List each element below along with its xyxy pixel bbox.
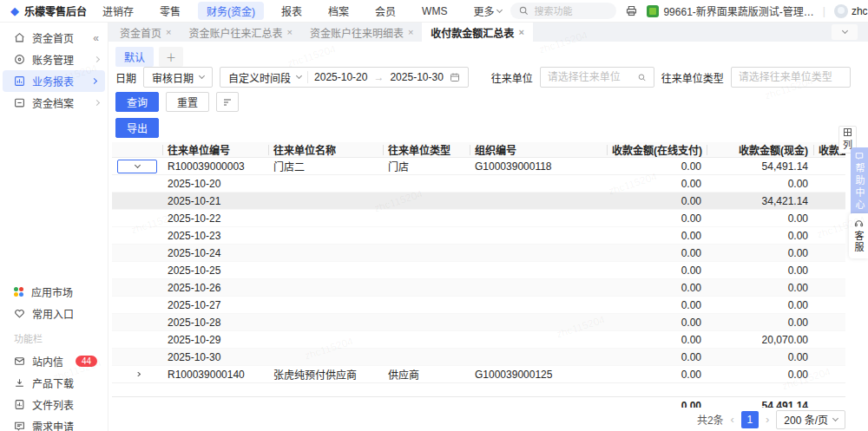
close-icon[interactable]: × — [518, 27, 523, 37]
chevron-down-icon — [199, 73, 205, 79]
table-row[interactable]: R100039000140 张虎纯预付供应商 供应商 G100039000125… — [112, 366, 845, 383]
divider: | — [823, 5, 825, 17]
sidebar-item-app-market[interactable]: 应用市场 — [0, 281, 108, 303]
chevron-right-icon — [94, 56, 100, 62]
calendar-icon — [450, 72, 460, 82]
printer-icon[interactable] — [625, 4, 638, 17]
col-header-partner-type[interactable]: 往来单位类型 — [383, 142, 470, 157]
col-header-online-amount[interactable]: 收款金额(在线支付) — [607, 142, 707, 157]
table-row[interactable]: 2025-10-26 0.00 0.00 — [112, 279, 845, 297]
section-label: 功能栏 — [0, 324, 108, 350]
query-button[interactable]: 查询 — [115, 92, 159, 112]
date-from-value[interactable]: 2025-10-20 — [314, 71, 367, 83]
menu-retail[interactable]: 零售 — [151, 2, 189, 20]
mail-icon — [14, 356, 25, 367]
date-filter-label: 日期 — [115, 70, 136, 85]
table-row[interactable]: 2025-10-20 0.00 0.00 — [112, 175, 845, 193]
menu-inventory[interactable]: 进销存 — [94, 2, 142, 20]
menu-members[interactable]: 会员 — [366, 2, 404, 20]
collapse-row-button[interactable] — [117, 160, 157, 173]
sidebar-item-fund-archives[interactable]: 资金档案 — [0, 92, 108, 114]
table-row[interactable]: 2025-10-24 0.00 0.00 — [112, 245, 845, 262]
table-row[interactable]: R100039000003 门店二 门店 G100039000118 0.00 … — [112, 158, 845, 175]
col-header-cash-amount[interactable]: 收款金额(现金) — [707, 142, 813, 157]
table-row[interactable]: 2025-10-25 0.00 0.00 — [112, 262, 845, 279]
table-row[interactable]: 2025-10-27 0.00 0.00 — [112, 297, 845, 314]
menu-finance[interactable]: 财务(资金) — [198, 2, 264, 20]
reset-button[interactable]: 重置 — [166, 92, 209, 112]
bar-chart-icon — [14, 75, 25, 87]
sidebar: 资金首页 « 账务管理 业务报表 资金档案 应用市场 常用入口 — [0, 23, 108, 431]
sidebar-item-file-list[interactable]: 文件列表 — [0, 394, 108, 415]
global-search-input[interactable] — [534, 6, 603, 16]
table-header-row: 往来单位编号 往来单位名称 往来单位类型 组织编号 收款金额(在线支付) 收款金… — [112, 142, 845, 158]
add-preset-button[interactable]: ＋ — [159, 47, 183, 67]
sidebar-item-inbox[interactable]: 站内信 44 — [0, 350, 108, 372]
export-button[interactable]: 导出 — [115, 118, 159, 138]
menu-archives[interactable]: 档案 — [319, 2, 358, 20]
sidebar-item-fund-home[interactable]: 资金首页 « — [0, 27, 108, 49]
avatar — [834, 4, 848, 18]
partner-type-filter-label: 往来单位类型 — [661, 70, 724, 85]
top-bar: ◆ 乐檬零售后台 进销存 零售 财务(资金) 报表 档案 会员 WMS 更多 9… — [0, 0, 868, 23]
close-icon[interactable]: × — [166, 27, 171, 37]
table-row[interactable]: 2025-10-21 0.00 34,421.14 — [112, 193, 845, 210]
collapse-filter-button[interactable] — [216, 92, 239, 112]
page-1-button[interactable]: 1 — [741, 411, 759, 428]
partner-select[interactable] — [540, 67, 654, 88]
menu-more[interactable]: 更多 — [464, 2, 510, 20]
help-center-tab[interactable]: 帮助中心 — [851, 147, 868, 218]
global-search[interactable] — [510, 3, 616, 19]
sidebar-item-request[interactable]: 需求申请 — [0, 415, 108, 431]
partner-type-input[interactable] — [739, 71, 843, 83]
tab-account-detail[interactable]: 资金账户往来明细表× — [301, 23, 422, 42]
tab-payment-summary[interactable]: 收付款金额汇总表× — [422, 23, 532, 42]
tenant-name: 99661-新界面果蔬版测试-管理… — [663, 3, 813, 18]
app-market-icon — [14, 287, 24, 297]
date-type-select[interactable]: 审核日期 — [143, 67, 213, 88]
next-page-button[interactable]: › — [766, 413, 769, 426]
partner-type-select[interactable] — [731, 67, 851, 88]
tab-list-dropdown[interactable] — [832, 24, 858, 40]
date-to-value[interactable]: 2025-10-30 — [390, 71, 443, 83]
close-icon[interactable]: × — [286, 27, 292, 37]
headset-icon — [854, 219, 864, 228]
tab-account-summary[interactable]: 资金账户往来汇总表× — [180, 23, 300, 42]
chevron-down-icon — [496, 6, 503, 12]
range-arrow-icon: → — [373, 71, 384, 83]
app-title: 乐檬零售后台 — [24, 3, 87, 18]
table-row[interactable]: 2025-10-28 0.00 0.00 — [112, 314, 845, 331]
tab-fund-home[interactable]: 资金首页× — [111, 23, 180, 42]
tenant-switcher[interactable]: 99661-新界面果蔬版测试-管理… — [647, 3, 813, 18]
collapse-sidebar-icon[interactable]: « — [93, 32, 99, 44]
table-gap — [112, 383, 845, 396]
sidebar-item-product-download[interactable]: 产品下载 — [0, 372, 108, 394]
sidebar-item-favorites[interactable]: 常用入口 — [0, 303, 108, 324]
sidebar-item-account-mgmt[interactable]: 账务管理 — [0, 49, 108, 70]
col-header-org-code[interactable]: 组织编号 — [470, 142, 607, 157]
chevron-down-icon — [841, 28, 847, 34]
preset-default-chip[interactable]: 默认 — [115, 47, 154, 67]
table-row[interactable]: 2025-10-23 0.00 0.00 — [112, 227, 845, 245]
menu-wms[interactable]: WMS — [413, 3, 456, 19]
table-row[interactable]: 2025-10-22 0.00 0.00 — [112, 210, 845, 227]
tab-bar: 资金首页× 资金账户往来汇总表× 资金账户往来明细表× 收付款金额汇总表× — [108, 23, 868, 42]
table-row[interactable]: 2025-10-29 0.00 20,070.00 — [112, 331, 845, 349]
partner-input[interactable] — [548, 71, 634, 83]
menu-reports[interactable]: 报表 — [273, 2, 311, 20]
prev-page-button[interactable]: ‹ — [731, 413, 734, 426]
user-menu[interactable]: zhc11 — [834, 4, 868, 18]
top-menu: 进销存 零售 财务(资金) 报表 档案 会员 WMS 更多 — [94, 2, 510, 20]
col-header-partner-code[interactable]: 往来单位编号 — [162, 142, 268, 157]
page-size-select[interactable]: 200 条/页 — [776, 410, 845, 429]
expand-row-button[interactable] — [128, 372, 146, 376]
search-icon — [519, 6, 529, 16]
col-header-partner-name[interactable]: 往来单位名称 — [268, 142, 383, 157]
user-name: zhc11 — [852, 5, 868, 17]
customer-service-tab[interactable]: 客服 — [849, 213, 868, 258]
chevron-right-icon — [94, 100, 100, 106]
close-icon[interactable]: × — [408, 27, 413, 37]
sidebar-item-business-reports[interactable]: 业务报表 — [3, 70, 105, 92]
table-row[interactable]: 2025-10-30 0.00 0.00 — [112, 349, 845, 366]
date-range-picker[interactable]: 自定义时间段 2025-10-20 → 2025-10-30 — [220, 67, 469, 88]
